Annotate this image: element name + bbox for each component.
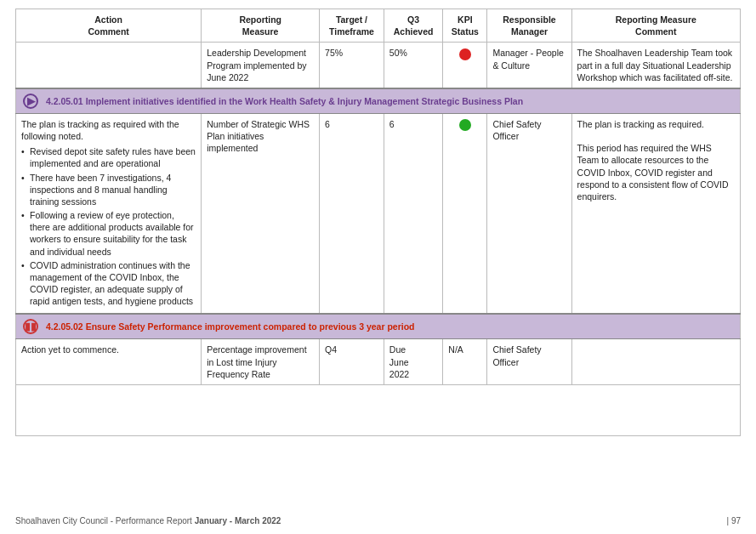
manager-cell: Manager - People & Culture [487,43,571,88]
kpi-cell-2 [443,113,487,314]
action-cell [16,43,202,88]
q3-cell-3: DueJune2022 [384,339,442,385]
comment-text-2: The plan is tracking as required.This pe… [577,119,729,202]
list-item: Following a review of eye protection, th… [21,209,196,258]
kpi-dot-red [459,48,471,60]
manager-cell-3: Chief SafetyOfficer [487,339,571,385]
section-header-row-2: ▮▮ 4.2.05.02 Ensure Safety Performance i… [16,314,741,339]
reporting-cell: Leadership Development Program implement… [202,43,320,88]
col-header-comment: Reporting MeasureComment [571,9,740,43]
comment-cell: The Shoalhaven Leadership Team took part… [571,43,740,88]
manager-cell-2: Chief Safety Officer [487,113,571,314]
list-item: There have been 7 investigations, 4 insp… [21,172,196,208]
action-cell-2: The plan is tracking as required with th… [16,113,202,314]
target-cell-3: Q4 [320,339,384,385]
comment-cell-3 [571,339,740,385]
bullet-list: Revised depot site safety rules have bee… [21,145,196,307]
page-footer: Shoalhaven City Council - Performance Re… [15,516,741,525]
list-item: Revised depot site safety rules have bee… [21,145,196,169]
action-cell-3: Action yet to commence. [16,339,202,385]
footer-left: Shoalhaven City Council - Performance Re… [15,516,281,525]
padding-row [16,384,741,435]
footer-right: | 97 [727,516,742,525]
kpi-cell [443,43,487,88]
target-cell: 75% [320,43,384,88]
footer-org: Shoalhaven City Council [15,516,108,525]
table-row: Action yet to commence. Percentage impro… [16,339,741,385]
reporting-cell-3: Percentage improvement in Lost time Inju… [202,339,320,385]
q3-cell: 50% [384,43,442,88]
kpi-cell-3: N/A [443,339,487,385]
section-header-cell-1: ▶ 4.2.05.01 Implement initiatives identi… [16,88,741,114]
footer-report-label: - Performance Report [111,516,195,525]
col-header-action: ActionComment [16,9,202,43]
table-row: Leadership Development Program implement… [16,43,741,88]
table-row: The plan is tracking as required with th… [16,113,741,314]
col-header-q3: Q3Achieved [384,9,442,43]
q3-cell-2: 6 [384,113,442,314]
col-header-kpi: KPIStatus [443,9,487,43]
section-header-row-1: ▶ 4.2.05.01 Implement initiatives identi… [16,88,741,114]
action-main: The plan is tracking as required with th… [21,118,196,142]
footer-date: January - March 2022 [195,516,281,525]
reporting-cell-2: Number of Strategic WHS Plan initiatives… [202,113,320,314]
section-title-2: 4.2.05.02 Ensure Safety Performance impr… [46,321,415,332]
col-header-reporting: ReportingMeasure [202,9,320,43]
section-icon-pause: ▮▮ [23,319,38,334]
list-item: COVID administration continues with the … [21,259,196,308]
report-table: ActionComment ReportingMeasure Target /T… [15,9,741,436]
kpi-dot-green [459,119,471,131]
section-icon-arrow: ▶ [23,94,38,109]
comment-cell-2: The plan is tracking as required.This pe… [571,113,740,314]
target-cell-2: 6 [320,113,384,314]
col-header-manager: ResponsibleManager [487,9,571,43]
section-title-1: 4.2.05.01 Implement initiatives identifi… [46,96,523,106]
table-header-row: ActionComment ReportingMeasure Target /T… [16,9,741,43]
col-header-target: Target /Timeframe [320,9,384,43]
section-header-cell-2: ▮▮ 4.2.05.02 Ensure Safety Performance i… [16,314,741,339]
